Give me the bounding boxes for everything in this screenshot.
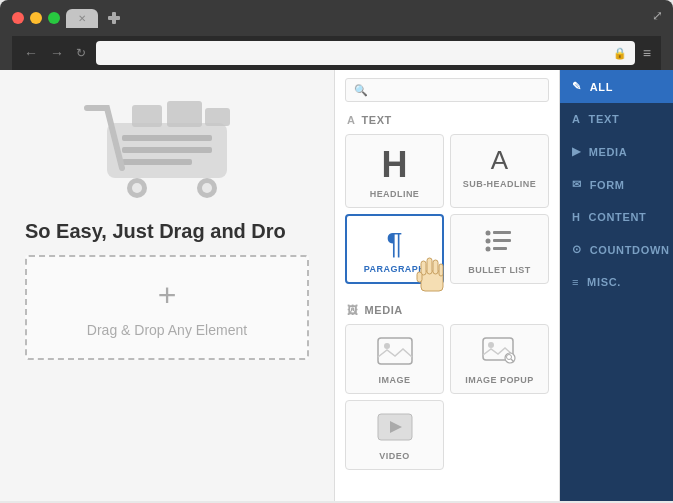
headline-label: HEADLINE xyxy=(370,189,420,199)
content-icon: H xyxy=(572,211,581,223)
svg-point-21 xyxy=(485,239,490,244)
browser-menu-icon[interactable]: ≡ xyxy=(643,45,651,61)
sub-headline-icon: A xyxy=(491,147,508,173)
svg-rect-22 xyxy=(493,239,511,242)
svg-rect-11 xyxy=(167,101,202,127)
search-bar[interactable]: 🔍 xyxy=(345,78,549,102)
image-tile[interactable]: IMAGE xyxy=(345,324,444,394)
center-panel: 🔍 A TEXT H HEADLINE A SUB-HEADLINE ¶ PAR… xyxy=(335,70,560,501)
maximize-dot[interactable] xyxy=(48,12,60,24)
text-section-text: TEXT xyxy=(362,114,392,126)
paragraph-icon: ¶ xyxy=(386,228,402,258)
bullet-list-tile[interactable]: BULLET LIST xyxy=(450,214,549,284)
paragraph-label: PARAGRAPH xyxy=(364,264,425,274)
countdown-icon: ⊙ xyxy=(572,243,582,256)
media-elements-grid: IMAGE IMAGE POPUP xyxy=(335,320,559,478)
canvas-headline: So Easy, Just Drag and Dro xyxy=(20,220,314,243)
canvas-content: So Easy, Just Drag and Dro + Drag & Drop… xyxy=(0,70,334,501)
media-icon: ▶ xyxy=(572,145,581,158)
lock-icon: 🔒 xyxy=(613,47,627,60)
svg-rect-15 xyxy=(427,258,432,274)
form-icon: ✉ xyxy=(572,178,582,191)
svg-rect-25 xyxy=(378,338,412,364)
sidebar-item-content[interactable]: H CONTENT xyxy=(560,201,673,233)
svg-point-28 xyxy=(488,342,494,348)
sidebar-item-misc[interactable]: ≡ MISC. xyxy=(560,266,673,298)
sidebar-item-text-label: TEXT xyxy=(589,113,620,125)
video-tile[interactable]: VIDEO xyxy=(345,400,444,470)
drop-zone[interactable]: + Drag & Drop Any Element xyxy=(25,255,309,360)
sidebar-item-countdown[interactable]: ⊙ COUNTDOWN xyxy=(560,233,673,266)
svg-point-23 xyxy=(485,247,490,252)
right-sidebar: ✎ ALL A TEXT ▶ MEDIA ✉ FORM H CONTENT ⊙ … xyxy=(560,70,673,501)
shopping-cart-illustration xyxy=(77,90,257,210)
svg-rect-4 xyxy=(122,147,212,153)
browser-chrome: ✕ ⤢ ← → ↻ 🔒 ≡ xyxy=(0,0,673,70)
canvas-area: So Easy, Just Drag and Dro + Drag & Drop… xyxy=(0,70,335,501)
svg-rect-17 xyxy=(439,264,443,276)
sub-headline-label: SUB-HEADLINE xyxy=(463,179,536,189)
text-section-label: A TEXT xyxy=(335,106,559,130)
cursor-hand xyxy=(412,251,452,300)
svg-rect-16 xyxy=(433,260,438,274)
main-area: So Easy, Just Drag and Dro + Drag & Drop… xyxy=(0,70,673,501)
bullet-list-icon xyxy=(484,227,516,259)
sidebar-item-content-label: CONTENT xyxy=(589,211,647,223)
bullet-list-label: BULLET LIST xyxy=(468,265,530,275)
video-icon xyxy=(377,413,413,445)
image-popup-label: IMAGE POPUP xyxy=(465,375,533,385)
svg-rect-24 xyxy=(493,247,507,250)
sidebar-item-form[interactable]: ✉ FORM xyxy=(560,168,673,201)
sidebar-item-all[interactable]: ✎ ALL xyxy=(560,70,673,103)
svg-point-9 xyxy=(202,183,212,193)
sidebar-item-media[interactable]: ▶ MEDIA xyxy=(560,135,673,168)
text-elements-grid: H HEADLINE A SUB-HEADLINE ¶ PARAGRAPH xyxy=(335,130,559,292)
text-icon: A xyxy=(572,113,581,125)
sidebar-item-misc-label: MISC. xyxy=(587,276,621,288)
svg-point-7 xyxy=(132,183,142,193)
sidebar-item-all-label: ALL xyxy=(590,81,613,93)
close-dot[interactable] xyxy=(12,12,24,24)
svg-point-19 xyxy=(485,231,490,236)
svg-rect-13 xyxy=(421,271,443,291)
image-label: IMAGE xyxy=(379,375,411,385)
sidebar-item-form-label: FORM xyxy=(590,179,625,191)
expand-icon: ⤢ xyxy=(652,8,663,23)
svg-rect-20 xyxy=(493,231,511,234)
image-popup-tile[interactable]: IMAGE POPUP xyxy=(450,324,549,394)
back-button[interactable]: ← xyxy=(22,45,40,61)
media-section-text: MEDIA xyxy=(365,304,403,316)
tab-bar: ✕ xyxy=(66,8,126,28)
misc-icon: ≡ xyxy=(572,276,579,288)
drop-zone-plus-icon: + xyxy=(158,277,177,314)
titlebar: ✕ ⤢ xyxy=(12,8,661,28)
browser-tab[interactable]: ✕ xyxy=(66,9,98,28)
svg-rect-12 xyxy=(205,108,230,126)
svg-rect-10 xyxy=(132,105,162,127)
address-bar-row: ← → ↻ 🔒 ≡ xyxy=(12,36,661,70)
media-section-label: 🖼 MEDIA xyxy=(335,296,559,320)
headline-icon: H xyxy=(382,147,408,183)
tab-close-icon[interactable]: ✕ xyxy=(78,13,86,24)
sub-headline-tile[interactable]: A SUB-HEADLINE xyxy=(450,134,549,208)
svg-rect-3 xyxy=(122,135,212,141)
sidebar-item-media-label: MEDIA xyxy=(589,146,628,158)
sidebar-item-countdown-label: COUNTDOWN xyxy=(590,244,670,256)
image-popup-icon xyxy=(482,337,518,369)
all-icon: ✎ xyxy=(572,80,582,93)
media-section-icon: 🖼 xyxy=(347,304,359,316)
new-tab-button[interactable] xyxy=(102,8,126,28)
sidebar-item-text[interactable]: A TEXT xyxy=(560,103,673,135)
video-label: VIDEO xyxy=(379,451,409,461)
text-section-icon: A xyxy=(347,114,356,126)
address-bar[interactable]: 🔒 xyxy=(96,41,635,65)
headline-tile[interactable]: H HEADLINE xyxy=(345,134,444,208)
forward-button[interactable]: → xyxy=(48,45,66,61)
reload-button[interactable]: ↻ xyxy=(74,46,88,60)
svg-rect-5 xyxy=(122,159,192,165)
paragraph-tile[interactable]: ¶ PARAGRAPH xyxy=(345,214,444,284)
image-icon xyxy=(377,337,413,369)
search-icon: 🔍 xyxy=(354,84,368,97)
minimize-dot[interactable] xyxy=(30,12,42,24)
drop-zone-label: Drag & Drop Any Element xyxy=(87,322,247,338)
